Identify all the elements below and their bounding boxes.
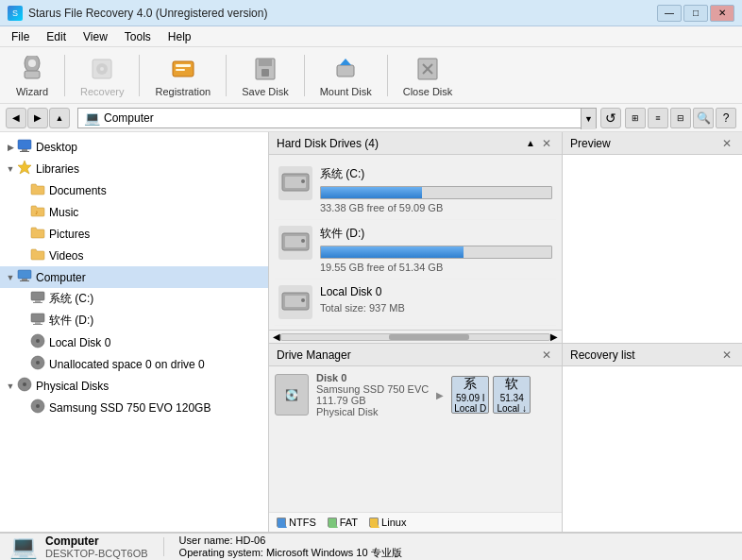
legend-dot-2 (369, 518, 379, 527)
tree-expand-soft-d (17, 314, 30, 328)
toolbar-btn-registration[interactable]: Registration (147, 50, 218, 101)
refresh-button[interactable]: ↺ (600, 108, 621, 128)
toolbar-btn-wizard[interactable]: Wizard (8, 50, 57, 101)
minimize-button[interactable]: — (657, 5, 682, 22)
title-bar: S Starus File Recovery 4.0 (Unregistered… (0, 0, 742, 26)
view-btn-1[interactable]: ⊞ (625, 108, 646, 128)
tree-item-music[interactable]: ♪ Music (0, 201, 268, 223)
partition-label-1: 软 (505, 376, 518, 393)
tree-expand-documents (17, 184, 30, 197)
center-panel-header: Hard Disk Drives (4) ▲ ✕ (269, 132, 562, 155)
menu-item-help[interactable]: Help (160, 28, 199, 45)
drive-img-1 (278, 226, 312, 260)
address-dropdown[interactable]: ▼ (581, 109, 596, 129)
tree-expand-libraries[interactable]: ▼ (4, 162, 17, 176)
tree-item-computer[interactable]: ▼ Computer (0, 266, 268, 288)
drive-info-2: Local Disk 0 Total size: 937 MB (320, 285, 552, 314)
menu-item-edit[interactable]: Edit (39, 28, 74, 45)
address-combo[interactable]: 💻 Computer ▼ (77, 108, 597, 128)
tree-item-desktop[interactable]: ▶ Desktop (0, 136, 268, 158)
recovery-list-close[interactable]: ✕ (719, 348, 734, 363)
legend-row: NTFS FAT Linux (269, 512, 562, 532)
preview-panel: Preview ✕ (563, 132, 742, 343)
drive-item-1[interactable]: 软件 (D:) 19.55 GB free of 51.34 GB (275, 220, 556, 280)
disk-size: 111.79 GB (316, 395, 429, 406)
svg-marker-20 (18, 161, 31, 174)
registration-icon (168, 54, 198, 84)
scroll-right-btn[interactable]: ▶ (550, 331, 558, 342)
partition-label-0: 系 (464, 376, 477, 393)
tree-item-physical-disks[interactable]: ▼ Physical Disks (0, 375, 268, 397)
tree-expand-local0 (17, 336, 30, 349)
menu-item-view[interactable]: View (76, 28, 115, 45)
legend-label-2: Linux (381, 517, 406, 528)
tree-icon-videos (30, 246, 45, 264)
tree-item-soft-d[interactable]: 软件 (D:) (0, 310, 268, 331)
drive-item-2[interactable]: Local Disk 0 Total size: 937 MB (275, 280, 556, 326)
tree-label-local0: Local Disk 0 (49, 336, 110, 349)
svg-point-2 (28, 59, 36, 67)
toolbar-sep-3 (226, 55, 227, 96)
tree-expand-desktop[interactable]: ▶ (4, 141, 17, 154)
forward-button[interactable]: ▶ (27, 108, 48, 128)
tree-item-samsung[interactable]: Samsung SSD 750 EVO 120GB (0, 397, 268, 418)
center-panel-close[interactable]: ✕ (539, 136, 554, 151)
svg-rect-22 (18, 270, 31, 279)
drive-name-0: 系统 (C:) (320, 166, 552, 182)
tree-label-unalloc: Unallocated space 0 on drive 0 (49, 358, 205, 371)
toolbar-btn-recovery: Recovery (73, 50, 131, 101)
preview-panel-close[interactable]: ✕ (719, 136, 734, 151)
drive-free-2: Total size: 937 MB (320, 302, 552, 314)
tree-expand-samsung (17, 401, 30, 415)
tree-item-local0[interactable]: Local Disk 0 (0, 331, 268, 353)
tree-icon-soft-d (30, 312, 45, 330)
center-panel-body: 系统 (C:) 33.38 GB free of 59.09 GB 软件 (D:… (269, 155, 562, 330)
right-bottom: Drive Manager ✕ 💽 Disk 0 Samsung SSD 750… (269, 343, 742, 532)
scroll-left-btn[interactable]: ◀ (273, 331, 280, 342)
toolbar-sep-2 (139, 55, 140, 96)
close-button[interactable]: ✕ (710, 5, 734, 22)
center-panel-scrollbar[interactable]: ◀ ▶ (269, 330, 562, 343)
status-computer-label: Computer (45, 535, 148, 548)
tree-icon-unalloc (30, 355, 45, 373)
menu-item-tools[interactable]: Tools (117, 28, 159, 45)
scroll-track[interactable] (280, 333, 550, 341)
help-button[interactable]: ? (716, 108, 736, 128)
svg-point-36 (23, 382, 26, 386)
tree-item-videos[interactable]: Videos (0, 245, 268, 266)
drive-manager-close[interactable]: ✕ (539, 348, 554, 363)
menu-item-file[interactable]: File (4, 28, 37, 45)
tree-item-pictures[interactable]: Pictures (0, 223, 268, 245)
tree-item-libraries[interactable]: ▼ Libraries (0, 158, 268, 179)
view-btn-2[interactable]: ≡ (648, 108, 668, 128)
back-button[interactable]: ◀ (6, 108, 26, 128)
tree-item-unalloc[interactable]: Unallocated space 0 on drive 0 (0, 353, 268, 375)
svg-rect-29 (35, 322, 41, 324)
wizard-icon (17, 54, 47, 84)
search-button[interactable]: 🔍 (693, 108, 714, 128)
partition-1[interactable]: 软 51.34 Local ↓ (493, 376, 531, 414)
tree-item-sys-c[interactable]: 系统 (C:) (0, 288, 268, 310)
drive-free-0: 33.38 GB free of 59.09 GB (320, 202, 552, 213)
toolbar-btn-close-disk[interactable]: Close Disk (396, 50, 461, 101)
tree-expand-pictures (17, 228, 30, 241)
up-button[interactable]: ▲ (49, 108, 70, 128)
partition-0[interactable]: 系 59.09 I Local D (451, 376, 489, 414)
tree-icon-desktop (17, 138, 32, 156)
tree-item-documents[interactable]: Documents (0, 179, 268, 201)
svg-point-38 (36, 404, 40, 408)
maximize-button[interactable]: □ (683, 5, 708, 22)
drive-item-0[interactable]: 系统 (C:) 33.38 GB free of 59.09 GB (275, 161, 556, 220)
toolbar-sep-1 (64, 55, 65, 96)
toolbar-btn-save-disk[interactable]: Save Disk (234, 50, 296, 101)
toolbar-btn-mount-disk[interactable]: Mount Disk (312, 50, 379, 101)
tree-expand-physical-disks[interactable]: ▼ (4, 380, 17, 393)
app-title: Starus File Recovery 4.0 (Unregistered v… (28, 7, 267, 20)
svg-rect-28 (31, 314, 44, 322)
tree-expand-computer[interactable]: ▼ (4, 271, 17, 284)
view-btn-3[interactable]: ⊟ (670, 108, 691, 128)
app-icon: S (8, 6, 23, 21)
tree-label-samsung: Samsung SSD 750 EVO 120GB (49, 401, 211, 415)
view-buttons: ⊞ ≡ ⊟ 🔍 ? (625, 108, 736, 128)
center-panel-expand[interactable]: ▲ (526, 138, 535, 148)
